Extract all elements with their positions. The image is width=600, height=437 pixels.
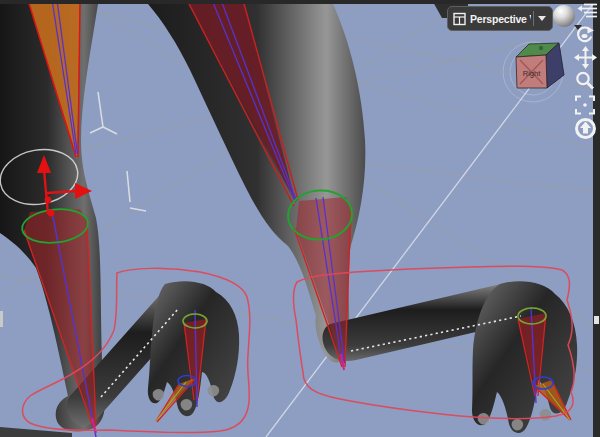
pill-divider (533, 11, 534, 26)
pan-tool[interactable] (574, 46, 597, 69)
viewport: Right Perspective View (0, 0, 600, 437)
top-pane-edge (0, 0, 600, 4)
view-cube-face-label: Right (523, 69, 541, 78)
chevron-down-icon[interactable] (538, 16, 546, 21)
viewport-pane-icon (453, 12, 466, 26)
view-selector[interactable]: Perspective View (447, 6, 553, 31)
home-reset-tool[interactable] (574, 117, 597, 140)
frame-tool[interactable] (574, 94, 596, 116)
pane-menu-icon[interactable] (577, 2, 598, 19)
draw-style-button[interactable] (553, 5, 575, 27)
bottom-left-pane-corner (0, 424, 72, 437)
viewport-canvas[interactable]: Right (0, 0, 600, 437)
view-selector-label: Perspective View (470, 13, 531, 25)
orbit-tool[interactable] (574, 24, 596, 46)
right-splitter-handle[interactable] (594, 316, 599, 324)
zoom-tool[interactable] (574, 70, 596, 92)
left-splitter-handle[interactable] (0, 311, 3, 327)
